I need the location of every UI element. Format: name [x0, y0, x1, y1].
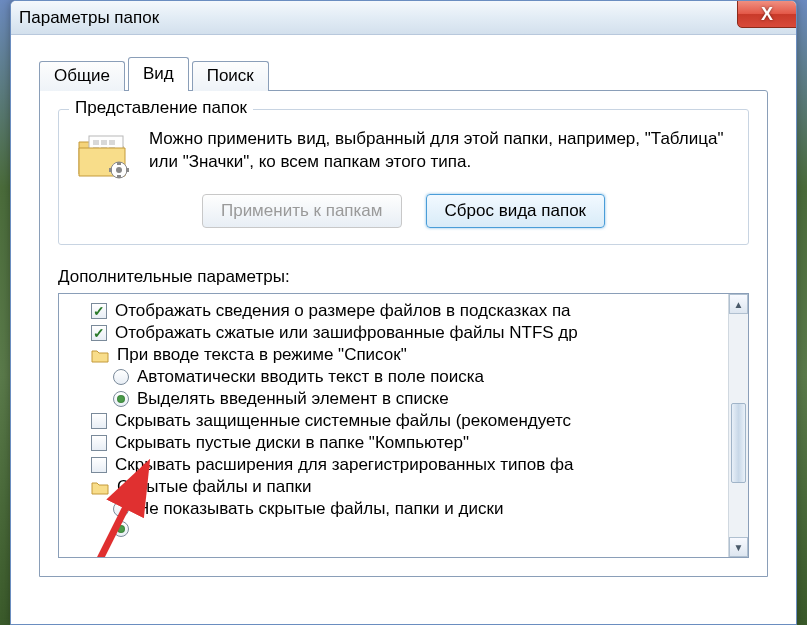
opt-filesize-tooltips[interactable]: Отображать сведения о размере файлов в п… [69, 300, 744, 322]
svg-rect-11 [117, 162, 121, 165]
svg-rect-14 [126, 168, 129, 172]
advanced-label: Дополнительные параметры: [58, 267, 749, 287]
checkbox-icon[interactable] [91, 413, 107, 429]
client-area: Общие Вид Поиск Представление папок [11, 35, 796, 577]
close-icon: X [761, 4, 773, 25]
opt-type-select[interactable]: Выделять введенный элемент в списке [69, 388, 744, 410]
tab-panel-view: Представление папок [39, 90, 768, 577]
opt-ntfs-colored[interactable]: Отображать сжатые или зашифрованные файл… [69, 322, 744, 344]
checkbox-icon[interactable] [91, 303, 107, 319]
folder-icon [91, 479, 109, 495]
tabs-bar: Общие Вид Поиск [39, 57, 768, 91]
reset-folders-button[interactable]: Сброс вида папок [426, 194, 606, 228]
close-button[interactable]: X [737, 0, 797, 28]
svg-rect-1 [93, 140, 99, 145]
radio-icon[interactable] [113, 521, 129, 537]
folder-icon [91, 347, 109, 363]
opt-hide-protected[interactable]: Скрывать защищенные системные файлы (рек… [69, 410, 744, 432]
svg-rect-12 [117, 175, 121, 178]
folder-views-icon [75, 128, 131, 180]
checkbox-icon[interactable] [91, 325, 107, 341]
advanced-tree: Отображать сведения о размере файлов в п… [59, 298, 748, 540]
tab-general[interactable]: Общие [39, 61, 125, 91]
window-title: Параметры папок [19, 8, 159, 28]
tab-view[interactable]: Вид [128, 57, 189, 91]
tab-search[interactable]: Поиск [192, 61, 269, 91]
radio-icon[interactable] [113, 369, 129, 385]
opt-hide-empty-drives[interactable]: Скрывать пустые диски в папке "Компьютер… [69, 432, 744, 454]
scroll-track[interactable] [729, 314, 748, 537]
scroll-up-icon[interactable]: ▲ [729, 294, 748, 314]
svg-rect-3 [109, 140, 115, 145]
svg-point-10 [116, 167, 122, 173]
opt-type-search[interactable]: Автоматически вводить текст в поле поиск… [69, 366, 744, 388]
group-hidden-files: Скрытые файлы и папки [69, 476, 744, 498]
svg-rect-2 [101, 140, 107, 145]
scroll-down-icon[interactable]: ▼ [729, 537, 748, 557]
radio-icon[interactable] [113, 501, 129, 517]
dialog-window: Параметры папок X Общие Вид Поиск Предст… [10, 0, 797, 625]
titlebar[interactable]: Параметры папок X [11, 1, 796, 35]
apply-to-folders-button: Применить к папкам [202, 194, 402, 228]
opt-show-hidden[interactable] [69, 520, 744, 538]
checkbox-icon[interactable] [91, 435, 107, 451]
folder-views-fieldset: Представление папок [58, 109, 749, 245]
fieldset-legend: Представление папок [69, 98, 253, 118]
svg-rect-13 [109, 168, 112, 172]
advanced-listbox[interactable]: Отображать сведения о размере файлов в п… [58, 293, 749, 558]
opt-dont-show-hidden[interactable]: Не показывать скрытые файлы, папки и дис… [69, 498, 744, 520]
opt-hide-extensions[interactable]: Скрывать расширения для зарегистрированн… [69, 454, 744, 476]
scroll-thumb[interactable] [731, 403, 746, 483]
fieldset-description: Можно применить вид, выбранный для этой … [149, 128, 732, 180]
group-typeahead: При вводе текста в режиме "Список" [69, 344, 744, 366]
radio-icon[interactable] [113, 391, 129, 407]
scrollbar[interactable]: ▲ ▼ [728, 294, 748, 557]
checkbox-icon[interactable] [91, 457, 107, 473]
